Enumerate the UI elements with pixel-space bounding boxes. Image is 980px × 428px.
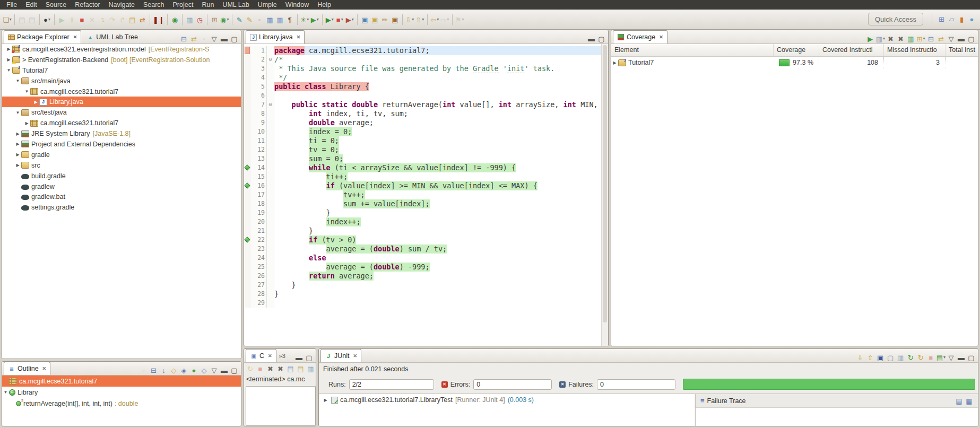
remove-session-icon[interactable]: ✖	[886, 34, 895, 43]
dropdown-caret-icon[interactable]: ▾	[422, 15, 424, 24]
tree-item-src-test-java[interactable]: ▼src/test/java	[2, 107, 241, 118]
collapse-all-icon[interactable]: ⊟	[179, 34, 188, 43]
menu-item-window[interactable]: Window	[281, 0, 313, 10]
tab-console[interactable]: ▣ C ✕	[246, 349, 276, 362]
uml-lab-icon[interactable]: ❚❙	[153, 15, 164, 24]
dropdown-caret-icon[interactable]: ▾	[412, 15, 414, 24]
code-line-23[interactable]: 23 average = (double) sum / tv;	[244, 244, 602, 254]
tab-coverage[interactable]: Coverage ✕	[613, 30, 667, 43]
code-line-5[interactable]: 5public class Library {	[244, 82, 602, 91]
step-over-icon[interactable]: ↷	[108, 15, 117, 24]
stop-junit-icon[interactable]: ■	[926, 353, 935, 362]
dropdown-caret-icon[interactable]: ▾	[437, 15, 439, 24]
back-icon[interactable]: ⇦▾	[430, 15, 439, 24]
dropdown-caret-icon[interactable]: ▾	[317, 15, 319, 24]
menu-item-project[interactable]: Project	[169, 0, 198, 10]
open-element-icon[interactable]: ▣	[391, 15, 400, 24]
chevron-right-icon[interactable]: ▶	[32, 100, 39, 104]
code-line-16[interactable]: 16 if (value[index] >= MIN && value[inde…	[244, 181, 602, 190]
remove-all-sessions-icon[interactable]: ✖	[896, 34, 905, 43]
dropdown-caret-icon[interactable]: ▾	[227, 15, 229, 24]
package-explorer-tree[interactable]: ▶ca.mcgill.ecse321.eventregistration.mod…	[2, 44, 241, 359]
code-line-9[interactable]: 9 double average;	[244, 118, 602, 127]
tree-item-ca-mcgill-ecse321-tutorial7[interactable]: ▶ca.mcgill.ecse321.tutorial7	[2, 118, 241, 128]
session-icon[interactable]: ▥▾	[876, 34, 885, 43]
sort-icon[interactable]: ↓	[159, 365, 168, 375]
new-wizard-icon[interactable]: ❏▾	[3, 15, 12, 24]
compare-icon[interactable]: ▦	[965, 396, 974, 406]
suspend-icon[interactable]: ‖	[67, 15, 76, 24]
tree-item-settings-gradle[interactable]: settings.gradle	[2, 202, 241, 213]
tree-item-eventregistration-backend[interactable]: ▶> EventRegistration-Backend[boot] [Even…	[2, 55, 241, 65]
scroll-lock-icon[interactable]: ▤	[296, 364, 305, 373]
outline-item-package[interactable]: ca.mcgill.ecse321.tutorial7	[2, 375, 241, 387]
tree-item-gradlew[interactable]: gradlew	[2, 181, 241, 192]
import-session-icon[interactable]: ⊞▾	[916, 34, 925, 43]
coverage-row[interactable]: ▶Tutorial797.3 %1083	[611, 57, 978, 68]
hide-fields-icon[interactable]: ◇	[169, 365, 178, 375]
tab-library-java[interactable]: Library.java ✕	[246, 30, 305, 43]
maximize-icon[interactable]: ▢	[230, 365, 239, 375]
tree-item-project-and-external-dependencies[interactable]: ▶Project and External Dependencies	[2, 139, 241, 150]
chevron-down-icon[interactable]: ▼	[14, 110, 21, 115]
menu-item-edit[interactable]: Edit	[21, 0, 41, 10]
view-menu-icon[interactable]: ▽	[947, 353, 956, 362]
dropdown-caret-icon[interactable]: ▾	[447, 15, 449, 24]
maximize-icon[interactable]: ▢	[305, 353, 314, 362]
view-menu-icon[interactable]: ▽	[210, 34, 219, 43]
column-header-coverage[interactable]: Coverage	[774, 44, 819, 56]
save-all-icon[interactable]: ▤	[28, 15, 37, 24]
menu-item-refactor[interactable]: Refactor	[71, 0, 104, 10]
chevron-right-icon[interactable]: ▶	[23, 121, 30, 126]
sync-window-icon[interactable]: ▥	[185, 15, 194, 24]
minimize-icon[interactable]: ▬	[220, 365, 229, 375]
minimize-icon[interactable]: ▬	[957, 34, 966, 43]
code-line-15[interactable]: 15 ti++;	[244, 172, 602, 181]
code-line-29[interactable]: 29	[244, 299, 602, 308]
codegen-icon[interactable]: ✎	[235, 15, 244, 24]
maximize-icon[interactable]: ▢	[967, 353, 976, 362]
resume-icon[interactable]: ▶	[57, 15, 66, 24]
column-header-total-inst[interactable]: Total Inst	[946, 44, 978, 56]
close-icon[interactable]: ✕	[353, 353, 357, 359]
view-menu-icon[interactable]: ▽	[947, 34, 956, 43]
minimize-icon[interactable]: ▬	[587, 34, 596, 43]
test-result-row[interactable]: ▶ ca.mcgill.ecse321.tutorial7.LibraryTes…	[319, 394, 695, 406]
tree-item-build-gradle[interactable]: build.gradle	[2, 171, 241, 181]
collapse-all-icon[interactable]: ⊟	[149, 365, 158, 375]
menu-item-run[interactable]: Run	[197, 0, 218, 10]
declaration-icon[interactable]: ▥	[275, 15, 284, 24]
menu-item-search[interactable]: Search	[139, 0, 169, 10]
go-into-icon[interactable]: ⇧▾	[415, 15, 424, 24]
chevron-right-icon[interactable]: ▶	[14, 163, 21, 168]
console-output[interactable]	[246, 386, 316, 426]
tree-item-library-java[interactable]: ▶Library.java	[2, 97, 241, 107]
profile-run-icon[interactable]: ▶▾	[345, 15, 354, 24]
close-icon[interactable]: ✕	[73, 34, 77, 40]
scrollbar-thumb[interactable]	[603, 45, 607, 322]
dropdown-caret-icon[interactable]: ▾	[943, 353, 946, 362]
open-perspective-icon[interactable]: ⊞	[937, 14, 946, 24]
tab-package-explorer[interactable]: Package Explorer ✕	[4, 30, 81, 43]
umple-icon[interactable]: ◉	[170, 15, 179, 24]
javadoc-icon[interactable]: ▥	[265, 15, 274, 24]
code-line-21[interactable]: 21 }	[244, 226, 602, 235]
step-return-icon[interactable]: ↱	[118, 15, 127, 24]
maximize-icon[interactable]: ▢	[597, 34, 606, 43]
test-history-icon[interactable]: ▥	[896, 353, 905, 362]
tree-item-gradlew-bat[interactable]: gradlew.bat	[2, 191, 241, 202]
save-icon[interactable]: ▤	[18, 15, 27, 24]
dropdown-caret-icon[interactable]: ▾	[923, 34, 925, 43]
code-line-28[interactable]: 28}	[244, 290, 602, 299]
menu-item-uml-lab[interactable]: UML Lab	[218, 0, 253, 10]
dropdown-caret-icon[interactable]: ▾	[332, 15, 334, 24]
new-java-project-icon[interactable]: ⊞	[210, 15, 219, 24]
step-into-icon[interactable]: ↴	[98, 15, 107, 24]
code-line-10[interactable]: 10 index = 0;	[244, 127, 602, 136]
tree-item-src[interactable]: ▶src	[2, 160, 241, 171]
maximize-icon[interactable]: ▢	[967, 34, 976, 43]
chevron-right-icon[interactable]: ▶	[611, 60, 618, 65]
pin-editor-icon[interactable]: ⚑▾	[455, 15, 464, 24]
code-line-26[interactable]: 26 return average;	[244, 272, 602, 281]
column-header-element[interactable]: Element	[611, 44, 774, 56]
